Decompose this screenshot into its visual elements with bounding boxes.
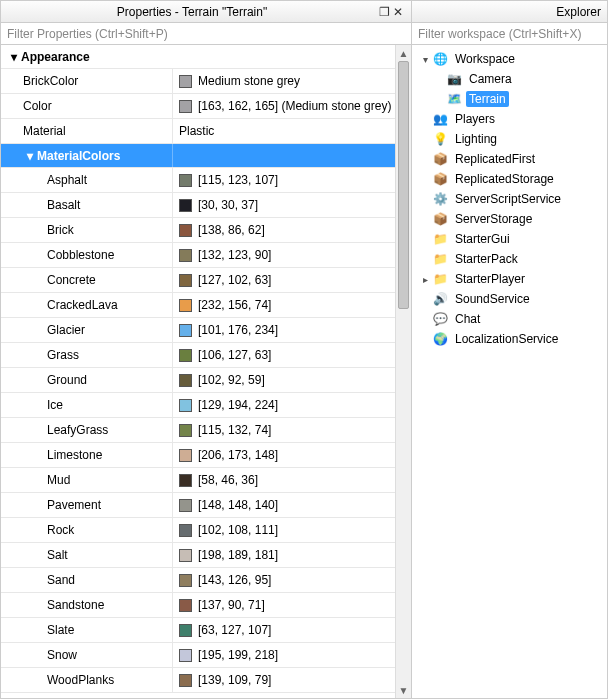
property-row[interactable]: Color[163, 162, 165] (Medium stone grey): [1, 94, 395, 119]
material-value[interactable]: [143, 126, 95]: [198, 573, 271, 587]
property-value[interactable]: Plastic: [179, 124, 214, 138]
material-row[interactable]: Glacier[101, 176, 234]: [1, 318, 395, 343]
color-swatch[interactable]: [179, 649, 192, 662]
tree-item[interactable]: 💬Chat: [414, 309, 605, 329]
color-swatch[interactable]: [179, 199, 192, 212]
material-row[interactable]: Salt[198, 189, 181]: [1, 543, 395, 568]
scrollbar-thumb[interactable]: [398, 61, 409, 309]
material-row[interactable]: Brick[138, 86, 62]: [1, 218, 395, 243]
tree-item[interactable]: 📦ReplicatedStorage: [414, 169, 605, 189]
material-row[interactable]: Grass[106, 127, 63]: [1, 343, 395, 368]
material-value[interactable]: [138, 86, 62]: [198, 223, 265, 237]
material-row[interactable]: Snow[195, 199, 218]: [1, 643, 395, 668]
tree-item[interactable]: 📦ServerStorage: [414, 209, 605, 229]
explorer-filter-input[interactable]: [416, 26, 603, 42]
color-swatch[interactable]: [179, 224, 192, 237]
color-swatch[interactable]: [179, 299, 192, 312]
material-row[interactable]: CrackedLava[232, 156, 74]: [1, 293, 395, 318]
color-swatch[interactable]: [179, 549, 192, 562]
material-value[interactable]: [63, 127, 107]: [198, 623, 271, 637]
material-value[interactable]: [30, 30, 37]: [198, 198, 258, 212]
color-swatch[interactable]: [179, 249, 192, 262]
material-row[interactable]: Concrete[127, 102, 63]: [1, 268, 395, 293]
color-swatch[interactable]: [179, 499, 192, 512]
material-row[interactable]: WoodPlanks[139, 109, 79]: [1, 668, 395, 693]
material-row[interactable]: Sandstone[137, 90, 71]: [1, 593, 395, 618]
tree-item[interactable]: ▾🌐Workspace: [414, 49, 605, 69]
tree-item[interactable]: 🗺️Terrain: [414, 89, 605, 109]
material-value[interactable]: [137, 90, 71]: [198, 598, 265, 612]
material-row[interactable]: Basalt[30, 30, 37]: [1, 193, 395, 218]
tree-item[interactable]: ⚙️ServerScriptService: [414, 189, 605, 209]
tree-item[interactable]: 📷Camera: [414, 69, 605, 89]
tree-item[interactable]: 📦ReplicatedFirst: [414, 149, 605, 169]
tree-item[interactable]: 💡Lighting: [414, 129, 605, 149]
material-value[interactable]: [115, 132, 74]: [198, 423, 271, 437]
tree-item[interactable]: 🔊SoundService: [414, 289, 605, 309]
material-value[interactable]: [102, 108, 111]: [198, 523, 278, 537]
material-row[interactable]: Limestone[206, 173, 148]: [1, 443, 395, 468]
properties-scrollbar[interactable]: ▲ ▼: [395, 45, 411, 698]
section-header-appearance[interactable]: ▾ Appearance: [1, 45, 395, 69]
material-row[interactable]: Sand[143, 126, 95]: [1, 568, 395, 593]
material-value[interactable]: [132, 123, 90]: [198, 248, 271, 262]
scroll-down-icon[interactable]: ▼: [396, 682, 411, 698]
material-value[interactable]: [129, 194, 224]: [198, 398, 278, 412]
material-row[interactable]: LeafyGrass[115, 132, 74]: [1, 418, 395, 443]
color-swatch[interactable]: [179, 424, 192, 437]
material-value[interactable]: [102, 92, 59]: [198, 373, 265, 387]
color-swatch[interactable]: [179, 524, 192, 537]
chevron-right-icon[interactable]: ▸: [418, 274, 432, 285]
color-swatch[interactable]: [179, 75, 192, 88]
material-row[interactable]: Cobblestone[132, 123, 90]: [1, 243, 395, 268]
color-swatch[interactable]: [179, 674, 192, 687]
material-value[interactable]: [232, 156, 74]: [198, 298, 271, 312]
material-row[interactable]: Asphalt[115, 123, 107]: [1, 168, 395, 193]
scroll-up-icon[interactable]: ▲: [396, 45, 411, 61]
material-value[interactable]: [58, 46, 36]: [198, 473, 258, 487]
close-icon[interactable]: ✕: [391, 5, 405, 19]
material-value[interactable]: [127, 102, 63]: [198, 273, 271, 287]
property-row[interactable]: BrickColorMedium stone grey: [1, 69, 395, 94]
color-swatch[interactable]: [179, 174, 192, 187]
material-value[interactable]: [198, 189, 181]: [198, 548, 278, 562]
property-value[interactable]: Medium stone grey: [198, 74, 300, 88]
material-name: WoodPlanks: [47, 673, 114, 687]
tree-item[interactable]: 📁StarterPack: [414, 249, 605, 269]
chevron-down-icon[interactable]: ▾: [418, 54, 432, 65]
color-swatch[interactable]: [179, 599, 192, 612]
color-swatch[interactable]: [179, 100, 192, 113]
material-value[interactable]: [206, 173, 148]: [198, 448, 278, 462]
material-value[interactable]: [115, 123, 107]: [198, 173, 278, 187]
tree-item[interactable]: 🌍LocalizationService: [414, 329, 605, 349]
material-row[interactable]: Ice[129, 194, 224]: [1, 393, 395, 418]
color-swatch[interactable]: [179, 574, 192, 587]
material-row[interactable]: Mud[58, 46, 36]: [1, 468, 395, 493]
material-value[interactable]: [139, 109, 79]: [198, 673, 271, 687]
color-swatch[interactable]: [179, 349, 192, 362]
material-value[interactable]: [195, 199, 218]: [198, 648, 278, 662]
material-row[interactable]: Slate[63, 127, 107]: [1, 618, 395, 643]
color-swatch[interactable]: [179, 374, 192, 387]
material-row[interactable]: Rock[102, 108, 111]: [1, 518, 395, 543]
property-value[interactable]: [163, 162, 165] (Medium stone grey): [198, 99, 391, 113]
material-row[interactable]: Ground[102, 92, 59]: [1, 368, 395, 393]
color-swatch[interactable]: [179, 474, 192, 487]
color-swatch[interactable]: [179, 274, 192, 287]
undock-icon[interactable]: ❐: [377, 5, 391, 19]
material-name: Grass: [47, 348, 79, 362]
color-swatch[interactable]: [179, 324, 192, 337]
material-value[interactable]: [106, 127, 63]: [198, 348, 271, 362]
properties-filter-input[interactable]: [5, 26, 407, 42]
tree-item[interactable]: 📁StarterGui: [414, 229, 605, 249]
material-value[interactable]: [148, 148, 140]: [198, 498, 278, 512]
property-row[interactable]: MaterialPlastic: [1, 119, 395, 144]
property-materialcolors[interactable]: ▾ MaterialColors: [1, 144, 395, 168]
tree-item[interactable]: ▸📁StarterPlayer: [414, 269, 605, 289]
color-swatch[interactable]: [179, 449, 192, 462]
color-swatch[interactable]: [179, 624, 192, 637]
material-value[interactable]: [101, 176, 234]: [198, 323, 278, 337]
color-swatch[interactable]: [179, 399, 192, 412]
tree-item[interactable]: 👥Players: [414, 109, 605, 129]
material-row[interactable]: Pavement[148, 148, 140]: [1, 493, 395, 518]
